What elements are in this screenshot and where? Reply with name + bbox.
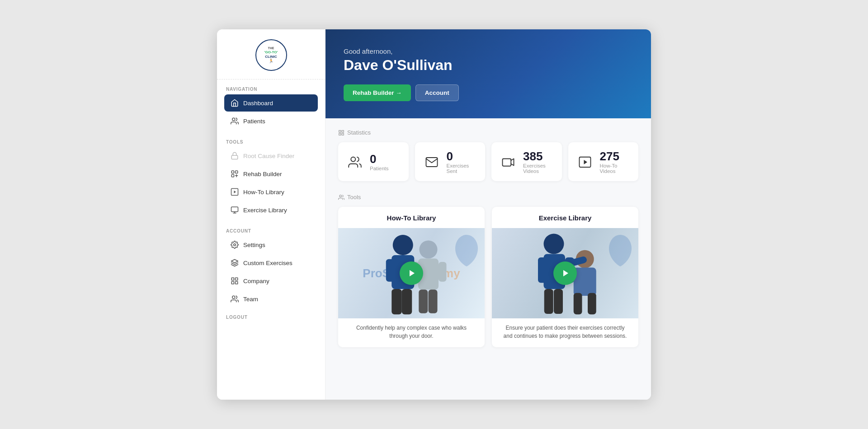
svg-rect-41 <box>538 257 547 283</box>
stat-exercises-videos-value: 385 <box>523 150 554 162</box>
svg-rect-17 <box>342 130 344 132</box>
stat-exercises-sent-label: Exercises Sent <box>447 163 477 174</box>
svg-rect-4 <box>231 175 234 177</box>
navigation-label: NAVIGATION <box>224 87 318 92</box>
hero-actions: Rehab Builder → Account <box>344 84 633 101</box>
stat-patients-icon <box>346 154 363 171</box>
sidebar-item-settings-label: Settings <box>243 242 265 248</box>
exercise-library-title: Exercise Library <box>492 207 638 228</box>
svg-rect-31 <box>402 289 412 314</box>
stat-exercises-sent-icon <box>423 154 440 171</box>
svg-point-10 <box>234 244 236 246</box>
sidebar-item-root-cause-finder-label: Root Cause Finder <box>243 153 294 159</box>
exercise-library-play-button[interactable] <box>553 261 577 285</box>
play-icon <box>231 188 239 196</box>
tool-card-exercise-library: Exercise Library t Acad <box>492 207 638 347</box>
tools-section-label: Tools <box>347 194 361 201</box>
account-button[interactable]: Account <box>415 84 459 101</box>
svg-rect-18 <box>339 133 341 135</box>
sidebar-item-exercise-library[interactable]: Exercise Library <box>224 201 318 219</box>
sidebar-item-team[interactable]: Team <box>224 290 318 308</box>
how-to-library-play-button[interactable] <box>400 261 423 285</box>
account-label: ACCOUNT <box>224 228 318 233</box>
stat-exercises-sent-value: 0 <box>447 150 477 162</box>
svg-marker-38 <box>410 270 415 276</box>
user-name: Dave O'Sullivan <box>344 57 633 74</box>
stat-card-exercises-sent: 0 Exercises Sent <box>415 142 486 181</box>
dashboard-content: Statistics 0 Patients <box>326 118 651 400</box>
custom-exercises-icon <box>231 259 239 267</box>
rehab-builder-button[interactable]: Rehab Builder → <box>344 84 411 101</box>
logo-area: THE 'GO-TO' CLINIC 🏃 <box>217 29 325 79</box>
svg-point-20 <box>351 157 355 162</box>
svg-rect-22 <box>503 159 511 166</box>
stat-howto-videos-icon <box>576 154 594 171</box>
greeting-text: Good afternoon, <box>344 47 633 55</box>
exercise-library-description: Ensure your patient does their exercises… <box>492 318 638 347</box>
svg-rect-46 <box>574 268 596 296</box>
svg-marker-24 <box>584 160 587 164</box>
statistics-grid: 0 Patients 0 Exercises Sent <box>338 142 638 181</box>
sidebar-item-custom-exercises[interactable]: Custom Exercises <box>224 254 318 271</box>
tool-card-how-to-library: How-To Library ProSpo Academy <box>338 207 485 347</box>
sidebar-item-team-label: Team <box>243 296 258 303</box>
logout-label: LOGOUT <box>224 315 318 320</box>
stat-patients-label: Patients <box>370 166 389 171</box>
statistics-label: Statistics <box>347 129 371 136</box>
svg-rect-30 <box>392 289 402 314</box>
svg-rect-7 <box>231 207 238 212</box>
sidebar-item-dashboard-label: Dashboard <box>243 100 273 107</box>
app-logo: THE 'GO-TO' CLINIC 🏃 <box>255 39 287 71</box>
settings-icon <box>231 241 239 249</box>
monitor-icon <box>231 206 239 214</box>
svg-point-15 <box>232 296 235 298</box>
svg-point-39 <box>544 234 564 254</box>
tools-cards-grid: How-To Library ProSpo Academy <box>338 207 638 347</box>
stat-patients-info: 0 Patients <box>370 153 389 171</box>
sidebar-item-patients[interactable]: Patients <box>224 112 318 130</box>
svg-rect-16 <box>339 130 341 132</box>
svg-point-26 <box>393 235 413 255</box>
how-to-library-image[interactable]: ProSpo Academy <box>338 228 485 318</box>
svg-point-25 <box>340 195 342 197</box>
svg-rect-19 <box>342 133 344 135</box>
statistics-section-title: Statistics <box>338 129 638 136</box>
sidebar-item-how-to-library-label: How-To Library <box>243 189 284 196</box>
svg-rect-34 <box>439 262 447 282</box>
svg-rect-1 <box>231 155 238 159</box>
sidebar-item-how-to-library[interactable]: How-To Library <box>224 183 318 201</box>
svg-point-32 <box>420 241 438 259</box>
logout-section: LOGOUT <box>217 310 325 322</box>
svg-rect-14 <box>236 282 238 284</box>
svg-rect-48 <box>588 293 596 315</box>
svg-rect-47 <box>574 293 582 315</box>
sidebar-item-rehab-builder[interactable]: Rehab Builder <box>224 165 318 182</box>
navigation-section: NAVIGATION Dashboard <box>217 79 325 132</box>
stat-exercises-videos-label: Exercises Videos <box>523 163 554 174</box>
stat-howto-videos-value: 275 <box>600 150 631 162</box>
team-icon <box>231 295 239 303</box>
stat-exercises-videos-icon <box>500 154 517 171</box>
svg-rect-36 <box>419 289 428 313</box>
sidebar-item-exercise-library-label: Exercise Library <box>243 207 287 214</box>
sidebar-item-rehab-builder-label: Rehab Builder <box>243 171 282 177</box>
stat-exercises-videos-info: 385 Exercises Videos <box>523 150 554 174</box>
svg-rect-12 <box>236 278 238 280</box>
how-to-library-title: How-To Library <box>338 207 485 228</box>
lock-icon <box>231 152 239 160</box>
sidebar-item-dashboard[interactable]: Dashboard <box>224 94 318 112</box>
tools-section-title: Tools <box>338 194 638 201</box>
svg-marker-50 <box>563 270 568 276</box>
sidebar-item-company[interactable]: Company <box>224 272 318 289</box>
sidebar-item-settings[interactable]: Settings <box>224 236 318 253</box>
company-icon <box>231 277 239 285</box>
app-container: THE 'GO-TO' CLINIC 🏃 NAVIGATION Dashboar… <box>217 29 651 400</box>
sidebar-item-company-label: Company <box>243 278 269 284</box>
stat-exercises-sent-info: 0 Exercises Sent <box>447 150 477 174</box>
hero-banner: Good afternoon, Dave O'Sullivan Rehab Bu… <box>326 29 651 118</box>
sidebar-item-root-cause-finder: Root Cause Finder <box>224 147 318 164</box>
exercise-library-image[interactable]: t Acad <box>492 228 638 318</box>
sidebar: THE 'GO-TO' CLINIC 🏃 NAVIGATION Dashboar… <box>217 29 326 400</box>
stat-howto-videos-info: 275 How-To Videos <box>600 150 631 174</box>
home-icon <box>231 99 239 107</box>
